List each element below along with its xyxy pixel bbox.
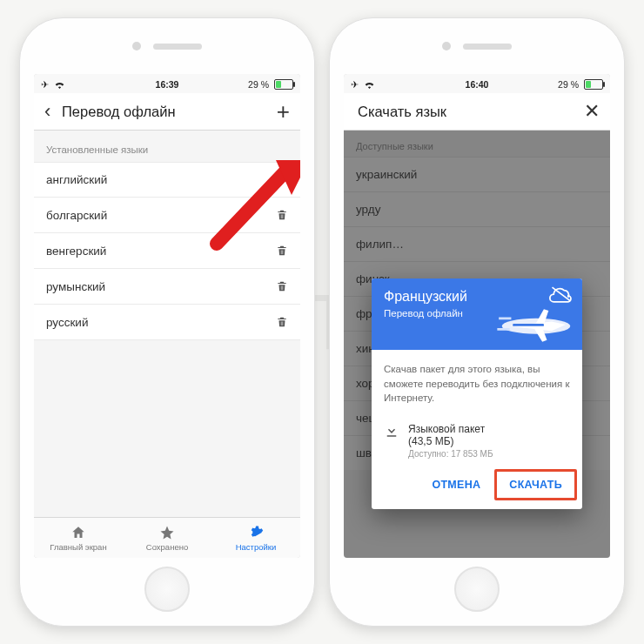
add-language-button[interactable]: + — [272, 98, 290, 125]
language-name: болгарский — [46, 209, 276, 222]
language-row[interactable]: венгерский — [34, 232, 300, 268]
home-button[interactable] — [454, 567, 500, 612]
trash-icon[interactable] — [276, 279, 288, 293]
navbar-right: Скачать язык ✕ — [344, 93, 610, 131]
pack-available: Доступно: 17 853 МБ — [408, 449, 493, 459]
airplane-mode-icon: ✈ — [41, 79, 49, 90]
download-button[interactable]: СКАЧАТЬ — [494, 469, 577, 500]
language-row[interactable]: русский — [34, 304, 300, 340]
language-name: английский — [46, 173, 288, 186]
tab-saved[interactable]: Сохранено — [123, 518, 211, 558]
close-button[interactable]: ✕ — [582, 100, 600, 123]
page-title: Перевод офлайн — [62, 104, 272, 120]
language-row[interactable]: болгарский — [34, 197, 300, 232]
language-name: румынский — [46, 280, 276, 293]
status-time: 16:39 — [156, 79, 179, 90]
status-time: 16:40 — [466, 79, 489, 90]
trash-icon[interactable] — [276, 315, 288, 329]
tab-home[interactable]: Главный экран — [34, 518, 123, 558]
screen-left: ✈ 16:39 29 % ‹ Перевод офлайн + Установл… — [34, 74, 300, 558]
pack-size: (43,5 МБ) — [408, 435, 493, 447]
installed-languages-panel: Установленные языки английскийболгарский… — [34, 131, 300, 520]
trash-icon[interactable] — [276, 208, 288, 222]
language-row[interactable]: английский — [34, 162, 300, 197]
trash-icon[interactable] — [276, 244, 288, 258]
tab-settings-label: Настройки — [236, 542, 277, 552]
download-icon — [384, 423, 399, 439]
language-row[interactable]: румынский — [34, 268, 300, 304]
language-pack-row: Языковой пакет (43,5 МБ) Доступно: 17 85… — [372, 414, 582, 462]
home-icon — [70, 525, 86, 540]
airplane-mode-icon: ✈ — [351, 79, 359, 90]
tab-saved-label: Сохранено — [146, 542, 188, 552]
status-battery-text: 29 % — [248, 79, 269, 90]
section-header-installed: Установленные языки — [34, 131, 300, 162]
tab-settings[interactable]: Настройки — [211, 518, 300, 558]
wifi-icon — [54, 80, 65, 89]
wifi-icon — [364, 80, 375, 89]
airplane-icon — [497, 303, 575, 346]
phone-right: ✈ 16:40 29 % Скачать язык ✕ Доступные яз… — [329, 17, 625, 627]
navbar-left: ‹ Перевод офлайн + — [34, 93, 300, 131]
tab-bar: Главный экран Сохранено Настройки — [34, 517, 300, 558]
status-bar: ✈ 16:40 29 % — [344, 74, 610, 93]
status-battery-text: 29 % — [558, 79, 579, 90]
back-button[interactable]: ‹ — [44, 102, 62, 121]
home-button[interactable] — [144, 567, 190, 612]
cancel-button[interactable]: ОТМЕНА — [419, 469, 493, 500]
gear-icon — [248, 525, 264, 540]
star-icon — [159, 525, 175, 540]
tab-home-label: Главный экран — [50, 542, 106, 552]
pack-title: Языковой пакет — [408, 423, 493, 435]
status-bar: ✈ 16:39 29 % — [34, 74, 300, 93]
dialog-body: Скачав пакет для этого языка, вы сможете… — [372, 350, 582, 414]
page-title: Скачать язык — [358, 104, 582, 120]
download-language-dialog: Французский Перевод офлайн — [372, 278, 582, 509]
cloud-off-icon — [549, 285, 574, 303]
battery-icon — [274, 79, 293, 90]
language-name: русский — [46, 316, 276, 329]
screen-right: ✈ 16:40 29 % Скачать язык ✕ Доступные яз… — [344, 74, 610, 558]
phone-left: ✈ 16:39 29 % ‹ Перевод офлайн + Установл… — [19, 17, 315, 627]
dialog-header: Французский Перевод офлайн — [372, 278, 582, 350]
battery-icon — [584, 79, 603, 90]
available-languages-panel: Доступные языки украинскийурдуфилип…финс… — [344, 131, 610, 558]
svg-rect-4 — [513, 324, 544, 326]
language-name: венгерский — [46, 245, 276, 258]
